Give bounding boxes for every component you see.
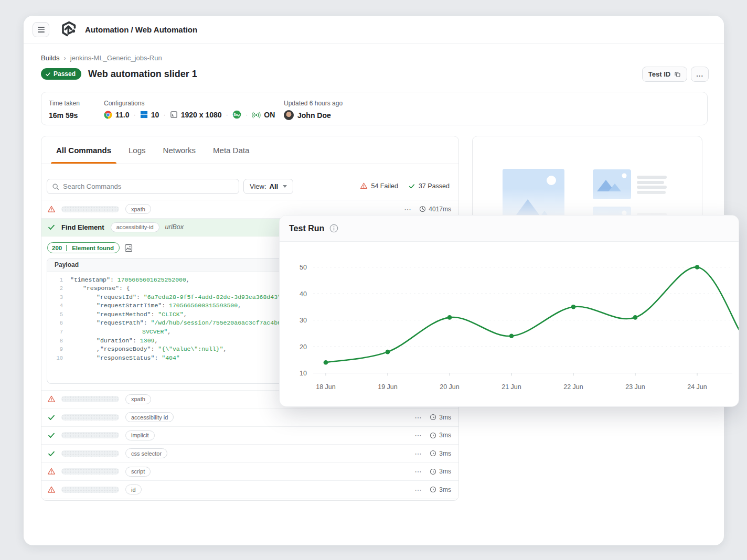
svg-text:20 Jun: 20 Jun xyxy=(440,383,460,391)
duration-value: 3ms xyxy=(439,486,451,493)
check-icon xyxy=(408,182,415,190)
command-name: Find Element xyxy=(61,223,104,231)
svg-text:18 Jun: 18 Jun xyxy=(316,383,336,391)
image-placeholder xyxy=(593,169,631,199)
screenshot-icon[interactable] xyxy=(124,244,133,252)
search-icon xyxy=(52,183,59,190)
resolution-icon xyxy=(170,111,178,119)
skeleton-text xyxy=(61,206,119,212)
info-icon[interactable] xyxy=(329,224,338,233)
warning-icon xyxy=(360,182,368,190)
build-title-row: Passed Web automation slider 1 Test ID .… xyxy=(41,67,709,81)
build-info-bar: Time taken 16m 59s Configurations 11.0 · xyxy=(41,92,708,125)
copy-icon xyxy=(674,71,681,78)
network-state: ON xyxy=(264,111,275,119)
time-taken-label: Time taken xyxy=(49,100,80,107)
svg-text:50: 50 xyxy=(300,264,307,271)
status-badge: Passed xyxy=(41,68,81,80)
warning-icon xyxy=(47,467,56,476)
os-version: 10 xyxy=(151,111,159,119)
svg-text:21 Jun: 21 Jun xyxy=(501,383,521,391)
app-logo-icon xyxy=(58,20,77,39)
test-run-panel: Test Run 102030405018 Jun19 Jun20 Jun21 … xyxy=(279,215,739,407)
duration-value: 3ms xyxy=(439,414,451,421)
configurations-label: Configurations xyxy=(104,100,144,107)
avatar xyxy=(284,110,294,120)
test-run-header: Test Run xyxy=(280,216,739,242)
svg-text:20: 20 xyxy=(300,343,307,351)
svg-text:30: 30 xyxy=(300,317,307,324)
tab-logs[interactable]: Logs xyxy=(129,136,146,164)
skeleton-text xyxy=(61,450,119,457)
search-commands-box[interactable] xyxy=(47,179,239,194)
view-filter-dropdown[interactable]: View: All xyxy=(243,179,293,194)
chart-title: Test Run xyxy=(289,224,324,233)
check-icon xyxy=(47,449,56,458)
command-row[interactable]: id ⋯ 3ms xyxy=(41,481,458,499)
breadcrumb-builds[interactable]: Builds xyxy=(41,54,59,62)
skeleton-text xyxy=(61,396,119,402)
row-more-button[interactable]: ⋯ xyxy=(414,415,422,420)
tab-meta-data[interactable]: Meta Data xyxy=(213,136,249,164)
row-more-button[interactable]: ⋯ xyxy=(414,487,422,492)
svg-text:24 Jun: 24 Jun xyxy=(687,383,707,391)
passed-count: 37 Passed xyxy=(408,182,450,190)
page-background: Automation / Web Automation Builds › jen… xyxy=(0,0,747,560)
command-row[interactable]: script ⋯ 3ms xyxy=(41,463,458,481)
duration-value: 3ms xyxy=(439,468,451,475)
row-more-button[interactable]: ⋯ xyxy=(414,451,422,456)
text-placeholder xyxy=(637,176,667,194)
updated-label: Updated 6 hours ago xyxy=(284,100,343,107)
row-more-button[interactable]: ⋯ xyxy=(404,207,412,212)
svg-text:40: 40 xyxy=(300,290,307,298)
row-more-button[interactable]: ⋯ xyxy=(414,469,422,474)
skeleton-text xyxy=(61,432,119,438)
svg-text:Se: Se xyxy=(233,113,238,117)
user-name: John Doe xyxy=(297,111,331,120)
test-id-button[interactable]: Test ID xyxy=(642,67,687,82)
warning-icon xyxy=(47,205,56,213)
duration-value: 4017ms xyxy=(429,206,451,213)
svg-text:19 Jun: 19 Jun xyxy=(378,383,398,391)
command-row[interactable]: css selector ⋯ 3ms xyxy=(41,445,458,463)
command-row[interactable]: implicit ⋯ 3ms xyxy=(41,427,458,445)
menu-icon[interactable] xyxy=(33,22,49,37)
row-more-button[interactable]: ⋯ xyxy=(414,433,422,438)
locator-badge: id xyxy=(125,484,142,494)
locator-badge: accessibility-id xyxy=(111,222,159,232)
skeleton-text xyxy=(61,468,119,475)
test-run-chart: 102030405018 Jun19 Jun20 Jun21 Jun22 Jun… xyxy=(280,242,739,407)
clock-icon xyxy=(430,468,436,475)
clock-icon xyxy=(430,414,436,421)
locator-badge: script xyxy=(125,467,151,477)
clock-icon xyxy=(419,206,426,212)
breadcrumb-current: jenkins-ML_Generic_jobs-Run xyxy=(70,54,162,62)
skeleton-text xyxy=(61,414,119,421)
clock-icon xyxy=(430,432,436,439)
check-icon xyxy=(47,223,56,231)
more-options-button[interactable]: ... xyxy=(691,67,709,82)
check-icon xyxy=(45,71,51,77)
duration-value: 3ms xyxy=(439,432,451,439)
windows-icon xyxy=(140,111,148,119)
svg-text:23 Jun: 23 Jun xyxy=(625,383,645,391)
warning-icon xyxy=(47,486,56,494)
breadcrumb: Builds › jenkins-ML_Generic_jobs-Run xyxy=(41,54,162,62)
locator-badge: css selector xyxy=(125,448,167,458)
search-input[interactable] xyxy=(63,182,234,190)
app-header: Automation / Web Automation xyxy=(24,16,724,44)
resolution-value: 1920 x 1080 xyxy=(181,111,222,119)
response-status-pill: 200 Element found xyxy=(47,242,120,253)
command-row[interactable]: accessibility id ⋯ 3ms xyxy=(41,408,458,427)
locator-badge: xpath xyxy=(125,204,151,214)
chevron-right-icon: › xyxy=(63,54,66,62)
browser-version: 11.0 xyxy=(115,111,129,119)
failed-count: 54 Failed xyxy=(360,182,398,190)
clock-icon xyxy=(430,450,436,457)
tab-networks[interactable]: Networks xyxy=(163,136,196,164)
check-icon xyxy=(47,413,56,422)
duration-value: 3ms xyxy=(439,450,451,457)
tab-all-commands[interactable]: All Commands xyxy=(56,136,111,164)
warning-icon xyxy=(47,395,56,403)
locator-badge: implicit xyxy=(125,430,155,440)
